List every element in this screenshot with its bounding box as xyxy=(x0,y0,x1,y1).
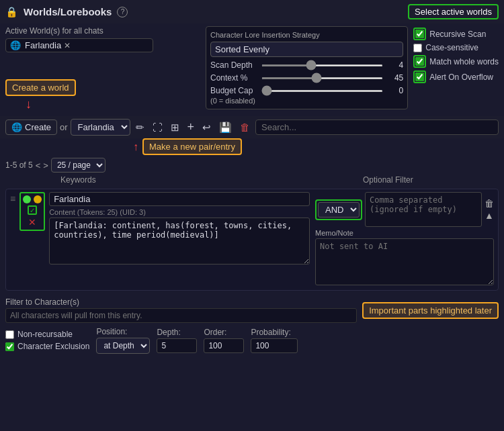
important-parts-annotation: Important parts highlighted later xyxy=(362,302,499,319)
filter-trash-button[interactable]: 🗑 xyxy=(485,198,494,209)
position-select[interactable]: at Depth Top Bottom xyxy=(96,338,150,354)
scan-depth-row: Scan Depth 4 xyxy=(210,60,403,70)
world-tag-name: Farlandia xyxy=(25,40,61,50)
context-pct-slider[interactable] xyxy=(261,77,383,79)
next-page-button[interactable]: > xyxy=(43,160,48,171)
case-sensitive-row: Case-sensitive xyxy=(413,43,499,52)
entry-meta: Content (Tokens: 25) (UID: 3) xyxy=(49,208,310,216)
world-select[interactable]: Farlandia xyxy=(71,119,130,136)
pencil-button[interactable]: ✏ xyxy=(133,120,147,135)
alert-on-overflow-checkbox[interactable] xyxy=(415,73,424,81)
alert-on-overflow-row: Alert On Overflow xyxy=(413,70,499,83)
depth-group: Depth: xyxy=(157,328,197,353)
budget-cap-note: (0 = disabled) xyxy=(210,97,403,105)
save-button[interactable]: 💾 xyxy=(216,120,235,135)
entry-right: AND OR NOT 🗑 ▲ Memo/Note xyxy=(315,192,494,287)
character-exclusion-label: Character Exclusion xyxy=(17,342,89,351)
filter-char-label: Filter to Character(s) xyxy=(5,297,357,307)
or-label: or xyxy=(60,122,68,132)
strategy-row: Sorted Evenly Top of Context Bottom of C… xyxy=(210,42,403,57)
budget-cap-row: Budget Cap 0 xyxy=(210,86,403,95)
match-whole-words-checkbox[interactable] xyxy=(415,57,424,66)
order-group: Order: xyxy=(204,328,244,353)
match-whole-words-row: Match whole words xyxy=(413,55,499,68)
keywords-input[interactable] xyxy=(49,192,310,206)
add-entry-button[interactable]: + xyxy=(185,120,198,134)
entry-controls: ✓ ✕ xyxy=(19,192,45,231)
toolbar-row: 🌐 Create or Farlandia ✏ ⛶ ⊞ + ↩ 💾 🗑 xyxy=(0,116,504,138)
probability-input[interactable] xyxy=(251,338,298,353)
order-label: Order: xyxy=(204,328,244,337)
help-icon[interactable]: ? xyxy=(117,7,128,17)
entry-two-col: Content (Tokens: 25) (UID: 3) [Farlandia… xyxy=(49,192,494,287)
depth-label: Depth: xyxy=(157,328,197,337)
lore-box: Character Lore Insertion Strategy Sorted… xyxy=(206,26,408,109)
match-whole-words-label: Match whole words xyxy=(429,57,499,66)
budget-cap-label: Budget Cap xyxy=(210,86,257,95)
delete-button[interactable]: 🗑 xyxy=(237,120,253,134)
and-select[interactable]: AND OR NOT xyxy=(318,202,360,218)
per-page-select[interactable]: 25 / page xyxy=(51,158,106,173)
expand-button[interactable]: ⛶ xyxy=(150,120,165,134)
table-row: ≡ ✓ ✕ Content (Tokens: 25) (UID: 3) [Far… xyxy=(5,189,499,291)
context-pct-value: 45 xyxy=(387,73,403,83)
right-col: Character Lore Insertion Strategy Sorted… xyxy=(200,26,499,113)
header: 🔒 Worlds/Lorebooks ? Select active world… xyxy=(0,0,504,23)
grid-button[interactable]: ⊞ xyxy=(168,120,182,135)
non-recursable-row: Non-recursable xyxy=(5,330,89,339)
create-label: Create xyxy=(25,122,51,132)
bottom-row: Non-recursable Character Exclusion Posit… xyxy=(0,323,504,356)
optional-filter-header: Optional Filter xyxy=(363,175,504,185)
worlds-input-row: 🌐 Farlandia ✕ xyxy=(5,38,153,52)
lock-icon: 🔒 xyxy=(5,6,18,18)
recursive-scan-row: Recursive Scan xyxy=(413,28,499,40)
col-headers: Keywords Optional Filter xyxy=(0,175,504,186)
recursive-scan-checkbox[interactable] xyxy=(415,30,424,38)
collapse-button[interactable]: ▲ xyxy=(485,210,494,221)
prev-page-button[interactable]: < xyxy=(36,160,41,171)
strategy-select[interactable]: Sorted Evenly Top of Context Bottom of C… xyxy=(210,42,403,57)
character-exclusion-row: Character Exclusion xyxy=(5,342,89,351)
scan-depth-label: Scan Depth xyxy=(210,60,257,70)
non-recursable-label: Non-recursable xyxy=(17,330,73,339)
entry-left: Content (Tokens: 25) (UID: 3) [Farlandia… xyxy=(49,192,310,287)
scan-depth-slider[interactable] xyxy=(261,64,383,66)
pagination-row: 1-5 of 5 < > 25 / page xyxy=(0,156,504,175)
world-tag: Farlandia ✕ xyxy=(25,40,71,50)
keywords-header: Keywords xyxy=(60,175,358,185)
filter-char-input[interactable] xyxy=(5,308,357,323)
undo-button[interactable]: ↩ xyxy=(200,120,214,135)
non-recursable-checkbox[interactable] xyxy=(5,330,14,339)
create-button[interactable]: 🌐 Create xyxy=(5,119,57,135)
order-input[interactable] xyxy=(204,338,244,353)
status-yellow-dot xyxy=(34,195,42,203)
budget-cap-slider[interactable] xyxy=(261,90,383,92)
disable-button[interactable]: ✕ xyxy=(28,217,36,228)
budget-cap-value: 0 xyxy=(387,86,403,95)
scan-depth-value: 4 xyxy=(387,60,403,70)
world-tag-remove[interactable]: ✕ xyxy=(64,41,71,50)
memo-textarea[interactable] xyxy=(315,238,494,285)
character-exclusion-checkbox[interactable] xyxy=(5,342,14,351)
main-layout: Active World(s) for all chats 🌐 Farlandi… xyxy=(0,23,504,116)
active-worlds-label: Active World(s) for all chats xyxy=(5,26,200,36)
case-sensitive-checkbox[interactable] xyxy=(413,44,422,52)
optional-filter-input[interactable] xyxy=(365,192,482,227)
search-input[interactable] xyxy=(255,119,499,135)
enable-checkbox[interactable]: ✓ xyxy=(28,205,37,215)
bottom-checkboxes: Non-recursable Character Exclusion xyxy=(5,330,89,351)
memo-label: Memo/Note xyxy=(315,229,494,237)
status-green-dot xyxy=(23,195,31,203)
depth-input[interactable] xyxy=(157,338,197,353)
globe-icon: 🌐 xyxy=(11,122,22,132)
probability-group: Probability: xyxy=(251,328,298,353)
content-textarea[interactable]: [Farlandia: continent, has(forest, towns… xyxy=(49,218,310,265)
select-active-worlds-button[interactable]: Select active worlds xyxy=(408,4,499,19)
and-filter-box: AND OR NOT xyxy=(315,199,362,220)
pagination-count: 1-5 of 5 xyxy=(5,160,33,170)
drag-handle[interactable]: ≡ xyxy=(10,192,15,204)
context-pct-row: Context % 45 xyxy=(210,73,403,83)
filter-controls: AND OR NOT 🗑 ▲ xyxy=(315,192,494,227)
entry-area: ≡ ✓ ✕ Content (Tokens: 25) (UID: 3) [Far… xyxy=(0,186,504,296)
lore-title: Character Lore Insertion Strategy xyxy=(210,31,403,39)
